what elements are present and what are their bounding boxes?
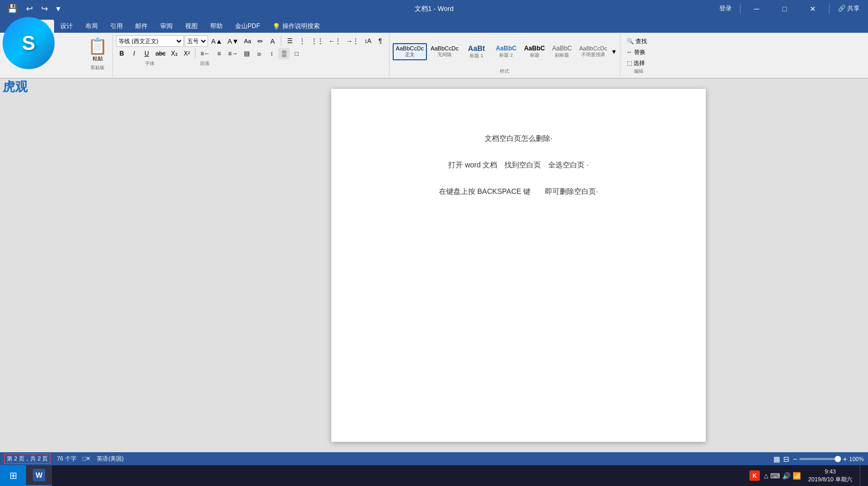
paste-button[interactable]: 📋 粘贴	[87, 36, 108, 63]
kingsoft-tray-icon[interactable]: K	[749, 470, 760, 481]
font-row1: 等线 (西文正文) 五号 四号 三号 A▲ A▼ Aa ✏ A ☰ ⋮ ⋮⋮ ←…	[116, 35, 386, 47]
clipboard-label: 剪贴板	[90, 64, 105, 71]
tray-arrow[interactable]: △	[764, 472, 768, 479]
group-labels-row: 字体 段落	[116, 60, 386, 67]
font-grow-button[interactable]: A▲	[209, 35, 225, 47]
text-effect-button[interactable]: A	[267, 35, 278, 47]
maximize-button[interactable]: □	[773, 0, 797, 17]
tab-search[interactable]: 💡 操作说明搜索	[266, 20, 326, 33]
columns-button[interactable]: ⎄	[253, 48, 265, 59]
zoom-slider[interactable]	[799, 458, 841, 460]
language[interactable]: 英语(美国)	[97, 455, 123, 463]
word-taskbar-item[interactable]: W	[26, 465, 52, 486]
strikethrough-button[interactable]: abc	[153, 48, 167, 59]
view-normal-button[interactable]: ▦	[773, 455, 780, 463]
tab-jinshan[interactable]: 金山PDF	[229, 20, 266, 33]
ribbon-content: S 虎观 📋 粘贴 剪贴板 等线 (西文正文) 五号 四号 三号 A▲ A▼ A…	[0, 33, 868, 78]
italic-button[interactable]: I	[128, 48, 140, 59]
numbered-button[interactable]: ⋮	[296, 35, 308, 47]
tab-references[interactable]: 引用	[104, 20, 129, 33]
font-name-select[interactable]: 等线 (西文正文)	[116, 35, 184, 47]
align-center-button[interactable]: ≡	[213, 48, 225, 59]
zoom-level: 100%	[849, 456, 864, 462]
find-button[interactable]: 🔍 查找	[625, 36, 653, 46]
tab-review[interactable]: 审阅	[154, 20, 179, 33]
align-left-button[interactable]: ≡←	[198, 48, 212, 59]
zoom-in-button[interactable]: +	[843, 455, 847, 463]
zoom-out-button[interactable]: −	[793, 455, 797, 463]
clipboard-group: 📋 粘贴 剪贴板	[83, 34, 113, 77]
network-icon[interactable]: 📶	[793, 472, 801, 480]
style-subtle-em[interactable]: AaBbCcDc 不明显强调	[577, 44, 610, 60]
style-title[interactable]: AaBbC 标题	[522, 43, 548, 60]
sort-button[interactable]: ↕A	[362, 35, 373, 47]
save-button[interactable]: 💾	[4, 3, 21, 15]
editing-group: 🔍 查找 ↔ 替换 ⬚ 选择 编辑	[620, 34, 657, 77]
select-button[interactable]: ⬚ 选择	[625, 58, 653, 68]
show-desktop-button[interactable]	[860, 465, 864, 486]
tab-file[interactable]: 文件	[4, 20, 29, 33]
decrease-indent-button[interactable]: ←⋮	[327, 35, 343, 47]
bullets-button[interactable]: ☰	[284, 35, 295, 47]
replace-button[interactable]: ↔ 替换	[625, 47, 653, 57]
font-case-button[interactable]: Aa	[242, 35, 253, 47]
style-subtle-label: 不明显强调	[581, 51, 605, 58]
tab-mailings[interactable]: 邮件	[129, 20, 154, 33]
separator2	[195, 48, 196, 59]
paste-label: 粘贴	[93, 55, 103, 62]
tab-layout[interactable]: 布局	[79, 20, 104, 33]
style-normal[interactable]: AaBbCcDc 正文	[393, 43, 427, 60]
style-nospace-preview: AaBbCcDc	[431, 45, 459, 51]
share-button[interactable]: 🔗 共享	[834, 3, 864, 14]
borders-button[interactable]: □	[291, 48, 302, 59]
tab-home[interactable]: 开始	[29, 20, 54, 33]
undo-button[interactable]: ↩	[23, 3, 36, 15]
subscript-button[interactable]: X₂	[169, 48, 180, 59]
style-no-space[interactable]: AaBbCcDc 无间隔	[428, 44, 461, 60]
style-h2[interactable]: AaBbC 标题 2	[492, 43, 521, 60]
font-size-select[interactable]: 五号 四号 三号	[185, 35, 208, 47]
start-button[interactable]: ⊞	[0, 465, 26, 486]
view-page-button[interactable]: ⊟	[783, 455, 789, 463]
show-marks-button[interactable]: ¶	[374, 35, 386, 47]
underline-button[interactable]: U	[141, 48, 152, 59]
doc-line-3[interactable]: 打开 word 文档 找到空白页 全选空白页 ·	[378, 157, 659, 173]
font-group-label: 字体	[116, 60, 184, 67]
content-area: 文档空白页怎么删除· 打开 word 文档 找到空白页 全选空白页 · 在键盘上…	[0, 78, 868, 452]
superscript-button[interactable]: X²	[181, 48, 192, 59]
page-info[interactable]: 第 2 页，共 2 页	[4, 454, 50, 464]
minimize-button[interactable]: ─	[745, 0, 769, 17]
multilevel-button[interactable]: ⋮⋮	[309, 35, 326, 47]
align-right-button[interactable]: ≡→	[226, 48, 240, 59]
font-shrink-button[interactable]: A▼	[226, 35, 241, 47]
doc-line-1[interactable]: 文档空白页怎么删除·	[378, 130, 659, 147]
close-button[interactable]: ✕	[801, 0, 825, 17]
increase-indent-button[interactable]: →⋮	[344, 35, 361, 47]
keyboard-icon[interactable]: ⌨	[770, 472, 780, 480]
track-changes-icon[interactable]: □✕	[83, 455, 91, 462]
replace-icon: ↔	[627, 49, 632, 55]
document-page[interactable]: 文档空白页怎么删除· 打开 word 文档 找到空白页 全选空白页 · 在键盘上…	[331, 89, 706, 442]
doc-line-5[interactable]: 在键盘上按 BACKSPACE 键 即可删除空白页·	[378, 183, 659, 200]
clear-format-button[interactable]: ✏	[254, 35, 266, 47]
justify-button[interactable]: ▤	[241, 48, 252, 59]
bold-button[interactable]: B	[116, 48, 127, 59]
tab-view[interactable]: 视图	[179, 20, 204, 33]
login-button[interactable]: 登录	[715, 3, 736, 14]
redo-button[interactable]: ↪	[38, 3, 51, 15]
volume-icon[interactable]: 🔊	[782, 472, 791, 480]
customize-button[interactable]: ▾	[53, 3, 63, 15]
doc-content[interactable]: 文档空白页怎么删除· 打开 word 文档 找到空白页 全选空白页 · 在键盘上…	[378, 130, 659, 199]
doc-line-2[interactable]	[378, 147, 659, 157]
scrollbar-vertical[interactable]	[861, 78, 868, 452]
doc-line-4[interactable]	[378, 173, 659, 183]
shading-button[interactable]: ▒	[278, 48, 290, 59]
style-subtitle[interactable]: AaBbC 副标题	[549, 43, 576, 60]
tab-design[interactable]: 设计	[54, 20, 79, 33]
styles-more-button[interactable]: ▾	[611, 46, 617, 57]
document-area[interactable]: 文档空白页怎么删除· 打开 word 文档 找到空白页 全选空白页 · 在键盘上…	[179, 78, 868, 452]
tab-help[interactable]: 帮助	[204, 20, 229, 33]
line-spacing-button[interactable]: ↕	[266, 48, 277, 59]
style-h1[interactable]: AaBt 标题 1	[462, 43, 491, 61]
clock[interactable]: 9:43 2019/8/10 单期六	[805, 467, 856, 485]
